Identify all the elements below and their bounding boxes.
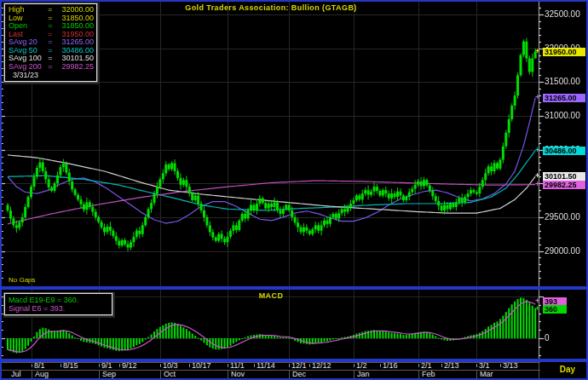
macd-value-badge: 360+ [543,305,567,314]
month-separator [354,371,355,378]
month-label: Oct [164,371,176,378]
axis-edge-line [539,362,539,378]
macd-zero-label: 0 [545,334,585,343]
date-tick-label: 2/13 [444,362,459,370]
date-tick-mark [61,364,61,367]
date-tick-label: 1/16 [383,362,398,370]
date-tick-label: 3/13 [503,362,518,370]
date-tick-label: 11/14 [257,362,275,370]
price-marker-arrow: + [535,180,539,188]
date-tick-mark [189,364,190,367]
date-tick-mark [32,364,32,367]
date-tick-label: 8/1 [34,362,45,370]
month-label: Jan [357,371,370,378]
legend-date: 3/31/23 [9,71,94,79]
legend-row: SAvg 200=29982.25 [9,63,94,72]
month-label: Sep [102,371,116,378]
date-tick-mark [99,364,100,367]
date-tick-mark [418,364,419,367]
date-tick-mark [160,364,161,367]
month-separator [99,371,100,378]
date-tick-label: 8/15 [63,362,78,370]
month-label: Aug [35,371,49,378]
price-tick-label: 29000.00 [545,247,585,256]
price-legend-box[interactable]: High=32000.00Low=31850.00Open=31850.00La… [4,3,97,82]
date-tick-label: 2/1 [421,362,432,370]
month-separator [32,371,32,378]
date-tick-label: 11/1 [230,362,245,370]
date-tick-mark [500,364,501,367]
price-marker-arrow: + [535,146,539,154]
month-label: Dec [292,371,306,378]
month-separator [476,371,477,378]
price-tick-label: 31000.00 [545,112,585,120]
savg50-badge: 30486.00+ [543,147,585,155]
date-tick-mark [119,364,120,367]
legend-text: = [46,63,55,72]
macd-legend-box[interactable]: Macd E19-E9 = 360.Signal E6 = 393. [4,293,112,315]
date-axis: 8/18/159/19/1210/310/1711/111/1412/112/1… [2,362,586,378]
price-tick-label: 31500.00 [545,78,585,86]
period-selector[interactable]: Day [551,365,584,374]
month-separator [160,371,161,378]
date-tick-mark [254,364,255,367]
date-tick-mark [309,364,310,367]
date-tick-label: 12/12 [312,362,331,370]
last-price-badge: 31950.00+ [543,48,585,56]
month-label: Jul [11,371,21,378]
price-marker-arrow: + [535,93,539,101]
macd-legend-row: Signal E6 = 393. [9,304,109,313]
macd-marker-arrow: + [535,304,539,313]
price-tick-label: 29500.00 [545,213,585,222]
month-label: Feb [422,371,435,378]
savg200-badge: 29982.25+ [543,181,585,189]
date-tick-mark [354,364,355,367]
date-tick-mark [441,364,442,367]
date-tick-label: 10/17 [192,362,211,370]
date-tick-mark [380,364,381,367]
date-tick-label: 12/1 [291,362,307,370]
date-tick-label: 3/1 [479,362,490,370]
date-tick-mark [476,364,477,367]
savg20-badge: 31265.00+ [543,94,585,102]
month-separator [418,371,419,378]
price-tick-label: 32500.00 [545,10,585,19]
legend-text: 29982.25 [55,63,94,72]
date-tick-label: 1/2 [356,362,367,370]
no-gaps-label: No Gaps [9,276,36,284]
month-label: Mar [480,371,493,378]
date-tick-label: 10/3 [163,362,178,370]
month-separator [228,371,228,378]
date-tick-mark [289,364,290,367]
month-label: Nov [231,371,245,378]
price-marker-arrow: + [535,47,539,55]
trading-chart-window: Gold Traders Association: Bullion (GTAGB… [0,0,588,380]
date-axis-line [2,370,540,371]
macd-legend-row: Macd E19-E9 = 360. [9,296,109,304]
legend-text: SAvg 200 [9,63,46,72]
date-tick-mark [228,364,228,367]
date-tick-label: 9/12 [122,362,137,370]
date-tick-label: 9/1 [101,362,112,370]
month-separator [289,371,290,378]
